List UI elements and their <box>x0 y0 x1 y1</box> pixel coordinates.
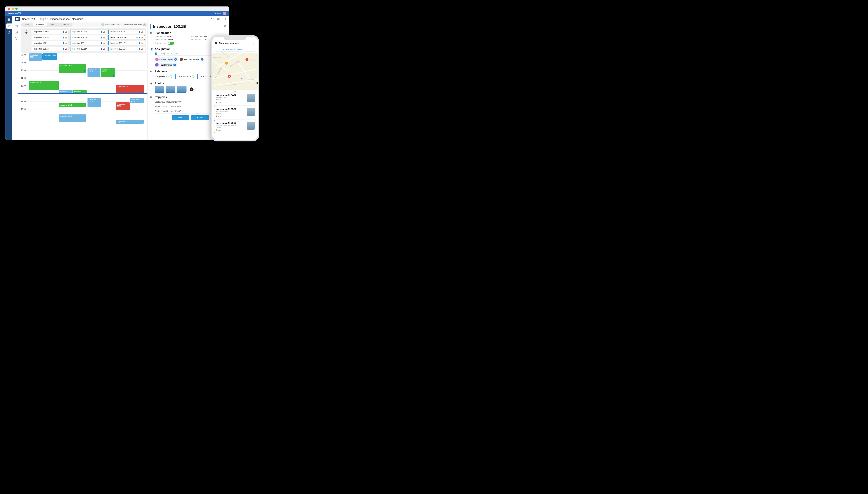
user-name: VIP User <box>213 12 221 15</box>
remove-chip-button[interactable]: ✕ <box>173 63 176 66</box>
inspection-card[interactable]: Inspection 103.1C👤 🚚 <box>108 41 145 45</box>
remove-chip-button[interactable]: ✕ <box>174 58 177 61</box>
zoom-slider[interactable] <box>257 75 257 93</box>
download-icon[interactable] <box>210 18 213 20</box>
cancel-button[interactable]: Annuler <box>191 115 209 120</box>
assign-placeholder: Assigner à un agent <box>160 53 178 55</box>
photo-thumbnail[interactable] <box>155 86 164 93</box>
timeline-block[interactable]: Inspection 102.3 <box>59 114 87 122</box>
inspection-card[interactable]: Inspection 103.1A👤 🚚 <box>108 30 145 34</box>
block-label: Inspection 101.2 <box>60 104 85 106</box>
svg-rect-10 <box>16 19 17 20</box>
filter-icon[interactable] <box>217 18 220 20</box>
street-label: Rue Pere <box>249 79 256 80</box>
inspection-card[interactable]: Inspection 101.11👤 🚚 <box>32 41 69 45</box>
nav-grid-icon[interactable] <box>6 17 12 22</box>
inspection-card[interactable]: Inspection 102.10👤 🚚 <box>70 35 107 40</box>
block-label: Inspection 102.1 <box>30 54 41 58</box>
timeline-block[interactable]: Inspection 101.3 <box>73 90 87 94</box>
day-of-week: S <box>22 30 30 32</box>
more-icon[interactable]: ⋮ <box>252 41 255 45</box>
maximize-window-icon[interactable] <box>15 7 18 10</box>
inspection-card-label: Inspection 101.11 <box>34 42 62 44</box>
timeline-block[interactable]: Inspection 101.2 <box>59 103 87 107</box>
validate-button[interactable]: Valider <box>172 115 189 120</box>
date-next-button[interactable]: › <box>143 23 146 26</box>
fix-date-toggle[interactable] <box>168 42 174 45</box>
block-label: Inspection 101.1 <box>30 81 57 83</box>
time-start-value: 09:00 <box>168 38 173 41</box>
timeline-block[interactable]: Inspection 101.1 <box>29 81 59 90</box>
drawer-handle[interactable]: ⌵ <box>212 90 258 92</box>
agent-chip[interactable]: Felix Birnamm✕ <box>155 63 177 67</box>
street-label: Rue Perrault <box>222 52 229 58</box>
timeline-block[interactable]: Inspection 101.4👤 <box>101 68 115 77</box>
tab-day[interactable]: Jours <box>22 23 32 26</box>
relation-card[interactable]: Inspection 103.1✓ <box>175 74 196 79</box>
timeline-block[interactable]: Inspection 104.2 <box>116 102 130 110</box>
photo-thumbnail[interactable] <box>166 86 176 93</box>
tab-week[interactable]: Semaines <box>33 23 48 26</box>
intervention-card[interactable]: Intervention N° 36-22Complexe Sportif Je… <box>214 120 256 133</box>
map-pin-icon[interactable] <box>225 61 229 65</box>
tab-timeline[interactable]: Timeline <box>59 23 71 26</box>
tab-month[interactable]: Mois <box>48 23 58 26</box>
intervention-card[interactable]: Intervention N° 34-222 Rue Bd BalzacNant… <box>214 93 256 106</box>
date-prev-button[interactable]: ‹ <box>101 23 104 26</box>
subnav-add-event-icon[interactable] <box>14 30 18 34</box>
timeline-block[interactable]: Inspection 102.5 <box>88 98 101 107</box>
agent-chip[interactable]: Camille Dupain✕ <box>155 57 178 61</box>
agent-chip[interactable]: Paul Vanderroven✕ <box>179 57 205 61</box>
inspection-card[interactable]: Inspection 102.9B👤 🚚 <box>70 30 107 34</box>
photo-thumbnail[interactable] <box>177 86 186 93</box>
inspection-card[interactable]: Inspection 101.10👤 🚚 <box>32 35 69 40</box>
timeline-block[interactable]: Inspection 102.7 <box>116 120 144 124</box>
svg-rect-11 <box>17 19 18 20</box>
agent-name: Paul Vanderroven <box>184 58 200 60</box>
remove-chip-button[interactable]: ✕ <box>201 58 203 61</box>
inspection-card[interactable]: Inspection 101.12👤 🚚 <box>32 46 69 51</box>
upload-icon[interactable] <box>203 18 206 20</box>
inspection-card[interactable]: Inspection 102.11👤 🚚 <box>70 41 107 45</box>
avatar-icon <box>155 58 159 61</box>
intervention-title: Intervention N° 36-22 <box>216 122 245 124</box>
priority-tag: Urgent <box>216 115 222 117</box>
assign-icon: 👤 <box>150 48 153 51</box>
subnav-sync-icon[interactable] <box>14 36 18 40</box>
subnav-calendar-icon[interactable] <box>14 23 18 28</box>
timeline-block[interactable]: Inspection 103.1 <box>42 53 57 60</box>
phone-subtitle[interactable]: Interventions - Secteur 22 <box>215 47 255 52</box>
map-pin-icon[interactable] <box>245 57 249 61</box>
user-menu[interactable]: VIP User <box>213 12 226 15</box>
minimize-window-icon[interactable] <box>12 7 14 10</box>
inspection-card-label: Inspection 102.11 <box>72 42 100 44</box>
truck-icon: 🚚 <box>141 37 143 38</box>
relation-card[interactable]: Inspection 103✓ <box>155 74 174 79</box>
card-icons: 👤 🚚 <box>100 48 105 50</box>
inspection-card[interactable]: Inspection 103.1B🔒 👤 🚚 <box>108 35 145 40</box>
svg-rect-3 <box>9 20 10 21</box>
close-icon[interactable]: ✕ <box>215 41 217 45</box>
nav-chart-icon[interactable] <box>6 30 12 35</box>
inspection-card[interactable]: Inspection 103.1D👤 🚚 <box>108 46 145 51</box>
close-window-icon[interactable] <box>8 7 10 10</box>
inspection-card[interactable]: Inspection 10211A👤 🚚 <box>70 46 107 51</box>
timeline-block[interactable]: Inspection 104.1👤 <box>116 85 144 94</box>
timeline-block[interactable]: Inspection 102.6 <box>130 98 144 103</box>
app-grid-button[interactable] <box>15 17 20 21</box>
timeline-block[interactable]: Inspection 102.2 <box>59 90 73 94</box>
close-panel-button[interactable]: ✕ <box>223 24 226 28</box>
intervention-card[interactable]: Intervention N° 35-22Rue du BelvédèreNan… <box>214 107 256 119</box>
inspection-card[interactable]: Inspection 101.09👤 🚚 <box>32 30 69 34</box>
truck-icon: 🚚 <box>65 42 67 44</box>
svg-rect-1 <box>9 18 10 20</box>
truck-icon: 🚚 <box>141 42 143 44</box>
add-photo-button[interactable]: + <box>188 86 195 93</box>
timeline-block[interactable]: Inspection 102.4 <box>88 68 100 77</box>
user-icon: 👤 <box>100 37 103 38</box>
settings-icon[interactable] <box>224 18 227 20</box>
map[interactable]: Rue l'Hôtel D Rue Perrault Rue des Olive… <box>212 53 258 90</box>
timeline-block[interactable]: Inspection 101.2👤 <box>59 63 87 73</box>
timeline-block[interactable]: Inspection 102.1 <box>29 53 42 61</box>
block-label: Inspection 104.1 <box>117 86 143 88</box>
